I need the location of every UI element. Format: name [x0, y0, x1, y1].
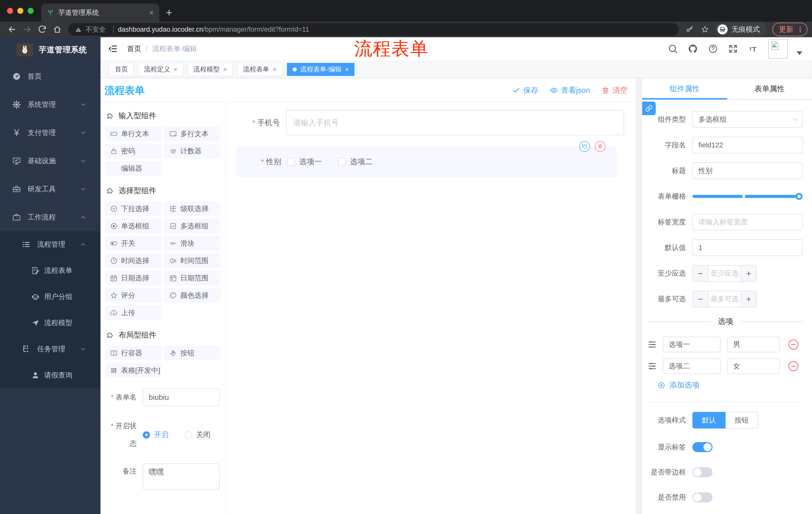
palette-item-多选框组[interactable]: 多选框组: [164, 219, 221, 233]
palette-item-单行文本[interactable]: 单行文本: [105, 127, 161, 141]
palette-item-时间范围[interactable]: 时间范围: [164, 253, 221, 268]
palette-item-开关[interactable]: 开关: [105, 236, 161, 250]
minimize-window-button[interactable]: [17, 8, 23, 14]
sidebar-item-系统管理[interactable]: 系统管理: [0, 90, 100, 119]
sidebar-item-任务管理[interactable]: 任务管理: [0, 336, 100, 362]
palette-item-日期范围[interactable]: 日期范围: [164, 271, 221, 285]
palette-item-评分[interactable]: 评分: [105, 288, 161, 302]
tab-component-props[interactable]: 组件属性: [642, 78, 727, 99]
toggle-显示标签[interactable]: [692, 442, 713, 452]
canvas-field-gender-selected[interactable]: 性别 选项一 选项二: [236, 146, 616, 177]
new-tab-button[interactable]: +: [166, 7, 172, 18]
palette-item-行容器[interactable]: 行容器: [105, 346, 161, 360]
palette-item-按钮[interactable]: 按钮: [164, 346, 221, 360]
option-label-input[interactable]: [663, 337, 721, 352]
delete-component-button[interactable]: [595, 141, 606, 152]
palette-item-密码[interactable]: 密码: [105, 144, 161, 158]
grid-slider[interactable]: [692, 195, 800, 198]
sidebar-item-基础设施[interactable]: 基础设施: [0, 147, 100, 175]
close-window-button[interactable]: [7, 8, 13, 14]
forward-icon[interactable]: [23, 25, 31, 34]
form-remark-textarea[interactable]: [143, 463, 220, 490]
palette-item-多行文本[interactable]: 多行文本: [164, 127, 221, 141]
style-button-button[interactable]: 按钮: [726, 412, 758, 429]
title-input[interactable]: [692, 162, 803, 179]
stepper-minus-button[interactable]: −: [693, 266, 708, 281]
page-tab-流程定义[interactable]: 流程定义×: [138, 63, 183, 76]
palette-item-时间选择[interactable]: 时间选择: [105, 253, 161, 268]
remove-option-button[interactable]: [788, 361, 799, 371]
label-width-input[interactable]: [692, 214, 803, 231]
stepper-minus-button[interactable]: −: [693, 291, 708, 307]
drag-handle-icon[interactable]: [647, 340, 657, 350]
save-button[interactable]: 保存: [512, 85, 539, 96]
search-icon[interactable]: [668, 44, 678, 54]
home-icon[interactable]: [53, 25, 62, 34]
breadcrumb-home[interactable]: 首页: [127, 44, 141, 54]
tab-close-icon[interactable]: ×: [345, 66, 349, 73]
tab-close-icon[interactable]: ×: [272, 66, 277, 73]
page-tab-流程表单[interactable]: 流程表单×: [237, 63, 282, 76]
back-icon[interactable]: [8, 25, 16, 34]
option-value-input[interactable]: [727, 337, 780, 352]
form-name-input[interactable]: [143, 388, 220, 406]
option-value-input[interactable]: [727, 358, 780, 374]
gender-checkbox-option1[interactable]: 选项一: [287, 157, 322, 167]
status-radio-on[interactable]: 开启: [143, 430, 169, 440]
bookmark-star-icon[interactable]: [701, 25, 709, 33]
browser-menu-icon[interactable]: [796, 26, 804, 33]
canvas-field-phone[interactable]: 手机号 请输入手机号: [226, 110, 624, 135]
sidebar-collapse-icon[interactable]: [108, 44, 118, 54]
sidebar-item-请假查询[interactable]: 请假查询: [0, 362, 100, 388]
palette-item-滑块[interactable]: 滑块: [164, 236, 221, 250]
sidebar-item-流程表单[interactable]: 流程表单: [0, 258, 100, 283]
sidebar-item-支付管理[interactable]: ¥支付管理: [0, 119, 100, 147]
fullscreen-icon[interactable]: [728, 44, 738, 54]
avatar-dropdown-icon[interactable]: [794, 48, 805, 58]
sidebar-item-流程管理[interactable]: 流程管理: [0, 231, 100, 258]
toggle-是否禁用[interactable]: [692, 492, 713, 503]
tab-close-icon[interactable]: ×: [149, 8, 154, 17]
status-radio-off[interactable]: 关闭: [185, 430, 210, 440]
slider-handle[interactable]: [796, 193, 803, 200]
tab-form-props[interactable]: 表单属性: [727, 78, 812, 99]
stepper-plus-button[interactable]: +: [741, 266, 756, 281]
component-type-select[interactable]: [692, 111, 803, 128]
sidebar-item-首页[interactable]: 首页: [0, 62, 100, 90]
tab-close-icon[interactable]: ×: [174, 66, 177, 73]
view-json-button[interactable]: 查看json: [550, 85, 590, 96]
reload-icon[interactable]: [38, 25, 47, 34]
stepper-plus-button[interactable]: +: [741, 291, 756, 307]
toggle-是否带边框[interactable]: [692, 467, 713, 477]
phone-field-input[interactable]: 请输入手机号: [286, 110, 624, 135]
browser-tab[interactable]: 芋道管理系统 ×: [41, 3, 159, 22]
field-name-input[interactable]: [692, 137, 803, 154]
browser-update-button[interactable]: 更新: [772, 23, 808, 36]
palette-item-计数器[interactable]: 123计数器: [164, 144, 221, 158]
font-size-icon[interactable]: TT: [748, 44, 758, 54]
style-default-button[interactable]: 默认: [692, 412, 726, 429]
form-canvas[interactable]: 手机号 请输入手机号 性别 选项一 选项二: [226, 103, 636, 514]
palette-item-下拉选择[interactable]: 下拉选择: [105, 201, 161, 216]
github-icon[interactable]: [688, 44, 698, 54]
sidebar-item-流程模型[interactable]: 流程模型: [0, 310, 100, 336]
page-tab-流程表单-编辑[interactable]: 流程表单-编辑×: [287, 63, 355, 76]
sidebar-item-工作流程[interactable]: 工作流程: [0, 203, 100, 231]
palette-item-表格[开发中][interactable]: 表格[开发中]: [105, 363, 161, 377]
remove-option-button[interactable]: [788, 340, 799, 350]
default-value-input[interactable]: [692, 239, 803, 256]
duplicate-component-button[interactable]: [579, 141, 590, 152]
palette-item-编辑器[interactable]: 编辑器: [105, 161, 161, 175]
help-icon[interactable]: [708, 44, 718, 54]
tab-close-icon[interactable]: ×: [223, 66, 227, 73]
palette-item-颜色选择[interactable]: 颜色选择: [164, 288, 221, 302]
page-tab-首页[interactable]: 首页: [109, 63, 134, 76]
option-label-input[interactable]: [663, 358, 721, 374]
address-bar[interactable]: 不安全 dashboard.yudao.iocoder.cn /bpm/mana…: [68, 23, 679, 36]
gender-checkbox-option2[interactable]: 选项二: [338, 157, 373, 167]
sidebar-item-用户分组[interactable]: 用户分组: [0, 283, 100, 310]
maximize-window-button[interactable]: [28, 8, 34, 14]
palette-item-单选框组[interactable]: 单选框组: [105, 219, 161, 233]
link-button[interactable]: [642, 102, 656, 115]
sidebar-item-研发工具[interactable]: 研发工具: [0, 175, 100, 203]
